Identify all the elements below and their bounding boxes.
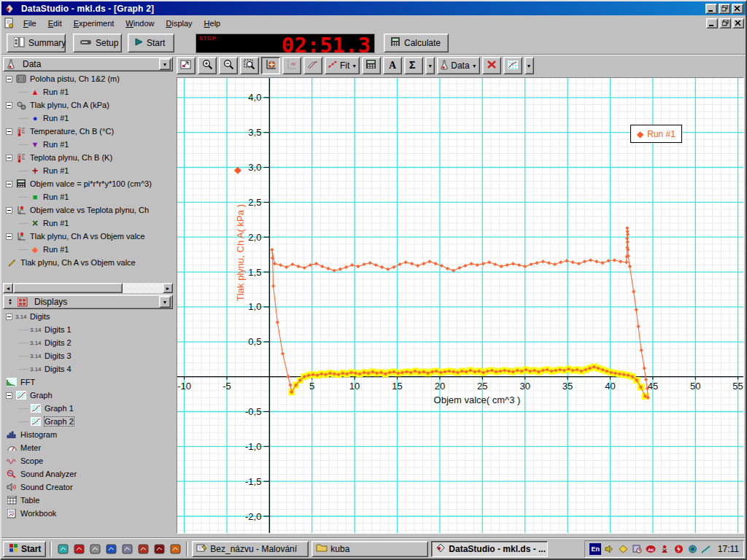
task-button[interactable]: Bez_názvu - Malování	[192, 541, 309, 557]
data-item[interactable]: xObjem valce vs Teplota plynu, Ch	[3, 203, 173, 217]
acrobat-icon[interactable]	[71, 542, 86, 556]
statistics-button[interactable]: Σ	[404, 57, 423, 74]
ati-icon[interactable]: Ati	[645, 542, 657, 555]
child-close-button[interactable]	[732, 18, 744, 28]
run-item[interactable]: ●Run #1	[3, 112, 173, 125]
calculator-icon[interactable]	[120, 542, 134, 556]
calculate-button[interactable]: Calculate	[384, 34, 449, 52]
data-item[interactable]: xTlak plynu, Ch A vs Objem valce	[3, 230, 173, 243]
collapse-toggle-icon[interactable]	[6, 181, 12, 187]
media-icon[interactable]	[136, 542, 150, 556]
display-item[interactable]: Meter	[3, 441, 173, 454]
data-item[interactable]: Objem valce = pi*r*r*y*100 (cm^3)	[3, 177, 173, 190]
collapse-toggle-icon[interactable]	[6, 314, 12, 320]
display-subitem[interactable]: 3.14Digits 4	[3, 362, 173, 376]
zoom-in-button[interactable]	[198, 57, 217, 74]
display-subitem[interactable]: 3.14Digits 1	[3, 323, 173, 336]
x-axis-title[interactable]: Objem valce( cm^3 )	[400, 394, 554, 405]
display-subitem[interactable]: 3.14Digits 2	[3, 336, 173, 349]
zoom-out-button[interactable]	[219, 57, 238, 74]
smart-tool-button[interactable]	[261, 57, 280, 74]
display-item[interactable]: Sound Analyzer	[3, 467, 173, 481]
graph-display[interactable]: -10-5510152025303540455055-2,0-1,5-1,0-0…	[177, 77, 744, 534]
close-button[interactable]	[732, 4, 743, 14]
run-item[interactable]: +Run #1	[3, 164, 173, 177]
menu-item-display[interactable]: Display	[160, 17, 198, 30]
quickres-icon[interactable]	[617, 542, 630, 555]
task-button[interactable]: kuba	[311, 541, 428, 557]
menu-item-file[interactable]: File	[18, 17, 42, 30]
run-item[interactable]: ×Run #1	[3, 217, 173, 230]
en-indicator-icon[interactable]: En	[589, 542, 602, 555]
collapse-toggle-icon[interactable]	[6, 76, 12, 82]
summary-button[interactable]: Summary	[7, 34, 66, 52]
delete-button[interactable]	[482, 57, 501, 74]
scheduler-icon[interactable]	[631, 542, 643, 555]
data-item[interactable]: Temperature, Ch B (°C)	[3, 125, 173, 138]
text-button[interactable]: A	[383, 57, 402, 74]
display-item[interactable]: Scope	[3, 454, 173, 467]
display-item[interactable]: Table	[3, 494, 173, 507]
collapse-toggle-icon[interactable]	[6, 207, 12, 214]
display-item[interactable]: 3.14Digits	[3, 310, 173, 323]
document-icon[interactable]	[3, 18, 15, 28]
menu-item-experiment[interactable]: Experiment	[68, 17, 120, 30]
legend[interactable]: ◆ Run #1	[630, 125, 682, 143]
slope-xy-button[interactable]: xy	[282, 57, 301, 74]
zoom-select-button[interactable]	[240, 57, 259, 74]
display-item[interactable]: Sound Creator	[3, 481, 173, 494]
burner-icon[interactable]	[168, 542, 182, 556]
run-item[interactable]: ■Run #1	[3, 190, 173, 203]
data-panel-header[interactable]: Data ▼	[3, 57, 173, 71]
sync-icon[interactable]	[686, 542, 699, 555]
slope-tool-button[interactable]	[303, 57, 322, 74]
calculate-button[interactable]	[362, 57, 381, 74]
y-axis-title[interactable]: Tlak plynu, Ch A( kPa )	[235, 158, 246, 349]
data-button[interactable]: Data▼	[437, 57, 479, 74]
start-menu-button[interactable]: Start	[3, 541, 46, 557]
scroll-right-icon[interactable]: ►	[163, 283, 173, 293]
display-item[interactable]: Histogram	[3, 428, 173, 441]
collapse-toggle-icon[interactable]	[6, 155, 12, 161]
statistics-button-dropdown[interactable]: ▼	[425, 57, 435, 74]
display-item[interactable]: Graph	[3, 389, 173, 402]
minimize-button[interactable]	[705, 4, 717, 14]
menu-item-window[interactable]: Window	[120, 17, 160, 30]
scroll-left-icon[interactable]: ◄	[3, 283, 13, 293]
data-tree-hscrollbar[interactable]: ◄ ►	[3, 283, 173, 293]
menu-item-edit[interactable]: Edit	[42, 17, 68, 30]
displays-panel-header[interactable]: ▲▼ Displays ▼	[3, 295, 173, 309]
mail-icon[interactable]	[88, 542, 102, 556]
volume-icon[interactable]	[603, 542, 616, 555]
run-item[interactable]: ▼Run #1	[3, 138, 173, 151]
setup-button[interactable]: Setup	[73, 34, 122, 52]
opera-icon[interactable]	[152, 542, 166, 556]
menu-item-help[interactable]: Help	[198, 17, 227, 30]
collapse-toggle-icon[interactable]	[6, 392, 12, 399]
child-restore-button[interactable]	[719, 18, 731, 28]
display-item[interactable]: Workbook	[3, 507, 173, 520]
collapse-toggle-icon[interactable]	[6, 102, 12, 109]
scrollbar-thumb[interactable]	[13, 283, 123, 293]
data-item[interactable]: Poloha pistu, Ch 1&2 (m)	[3, 72, 173, 85]
collapse-toggle-icon[interactable]	[6, 233, 12, 240]
editor-icon[interactable]	[104, 542, 118, 556]
pen-icon[interactable]	[700, 542, 713, 555]
display-subitem[interactable]: 3.14Digits 3	[3, 349, 173, 362]
start-button[interactable]: Start	[128, 34, 174, 52]
display-item[interactable]: FFT	[3, 376, 173, 389]
scrollbar-track[interactable]	[123, 283, 163, 293]
agent-icon[interactable]	[659, 542, 671, 555]
display-subitem[interactable]: Graph 1	[3, 402, 173, 415]
fit-button[interactable]: Fit▼	[325, 57, 360, 74]
displays-dropdown-button[interactable]: ▼	[159, 296, 171, 308]
restore-button[interactable]	[719, 4, 730, 14]
task-button[interactable]: DataStudio - mkl.ds - ...	[431, 541, 548, 557]
show-desktop-icon[interactable]	[55, 542, 70, 556]
data-item[interactable]: Tlak plynu, Ch A (kPa)	[3, 98, 173, 112]
graph-settings-button[interactable]	[503, 57, 522, 74]
power-icon[interactable]	[673, 542, 685, 555]
run-item[interactable]: ▲Run #1	[3, 85, 173, 98]
display-subitem[interactable]: Graph 2	[3, 415, 173, 428]
collapse-toggle-icon[interactable]	[6, 128, 12, 135]
